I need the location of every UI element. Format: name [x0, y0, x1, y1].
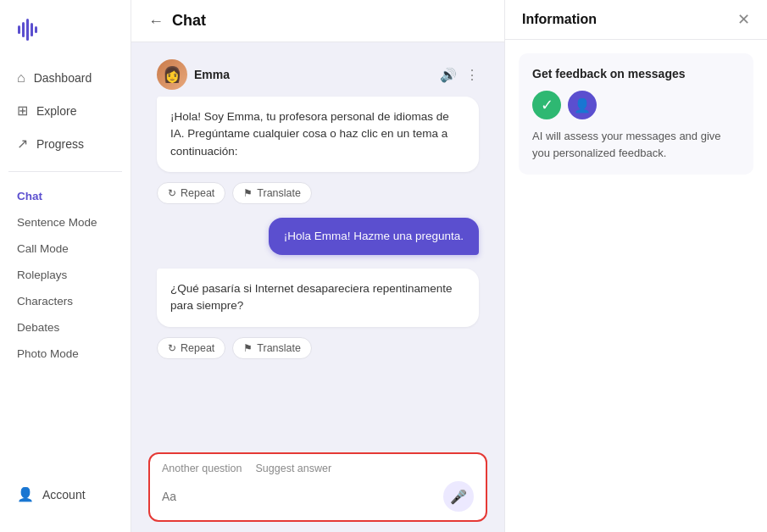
translate-button-1[interactable]: ⚑ Translate: [232, 182, 312, 204]
svg-rect-4: [35, 26, 37, 33]
message-actions-2: ↻ Repeat ⚑ Translate: [157, 337, 479, 359]
suggestion-another-question[interactable]: Another question: [162, 463, 242, 474]
svg-rect-3: [31, 23, 33, 36]
ai-name: Emma: [194, 68, 433, 81]
sidebar-item-explore[interactable]: ⊞ Explore: [8, 95, 122, 126]
translate-icon-2: ⚑: [243, 342, 253, 354]
logo[interactable]: [0, 14, 131, 63]
check-icon: ✓: [532, 91, 561, 119]
chat-header: ← Chat: [131, 0, 504, 42]
chat-input-area: Another question Suggest answer 🎤: [148, 452, 487, 522]
sidebar-item-label: Progress: [36, 137, 84, 151]
info-panel: Information ✕ Get feedback on messages ✓…: [504, 0, 767, 532]
translate-icon: ⚑: [243, 187, 253, 199]
repeat-button-1[interactable]: ↻ Repeat: [157, 182, 225, 204]
sidebar-item-call-mode[interactable]: Call Mode: [8, 236, 122, 261]
sidebar-item-roleplays[interactable]: Roleplays: [8, 263, 122, 287]
sidebar-item-dashboard[interactable]: ⌂ Dashboard: [8, 63, 122, 93]
repeat-icon-2: ↻: [168, 342, 176, 354]
home-icon: ⌂: [17, 70, 25, 86]
user-message-text: ¡Hola Emma! Hazme una pregunta.: [284, 230, 464, 242]
sidebar-item-chat[interactable]: Chat: [8, 184, 122, 208]
message-actions-1: ↻ Repeat ⚑ Translate: [157, 182, 479, 204]
suggestion-suggest-answer[interactable]: Suggest answer: [256, 463, 332, 474]
microphone-icon: 🎤: [450, 489, 467, 505]
sidebar-item-label: Explore: [36, 104, 76, 118]
info-card-icons: ✓ 👤: [532, 91, 740, 119]
chat-title: Chat: [172, 12, 206, 30]
ai-bubble-1: ¡Hola! Soy Emma, tu profesora personal d…: [157, 97, 479, 172]
sub-nav: Chat Sentence Mode Call Mode Roleplays C…: [0, 184, 131, 366]
account-icon: 👤: [17, 486, 34, 502]
avatar: 👩: [157, 59, 187, 90]
sidebar-bottom: 👤 Account: [0, 479, 131, 518]
repeat-icon: ↻: [168, 187, 176, 199]
input-suggestions: Another question Suggest answer: [162, 463, 474, 474]
sidebar-item-photo-mode[interactable]: Photo Mode: [8, 341, 122, 366]
person-feedback-icon: 👤: [568, 91, 597, 119]
user-message-1: ¡Hola Emma! Hazme una pregunta.: [157, 218, 479, 255]
sidebar: ⌂ Dashboard ⊞ Explore ↗ Progress Chat Se…: [0, 0, 131, 532]
ai-message-2: ¿Qué pasaría si Internet desapareciera r…: [157, 269, 479, 359]
explore-icon: ⊞: [17, 103, 28, 119]
translate-button-2[interactable]: ⚑ Translate: [232, 337, 312, 359]
sidebar-item-characters[interactable]: Characters: [8, 289, 122, 313]
chat-main: ← Chat 👩 Emma 🔊 ⋮ ¡Hola! Soy Emma, tu pr…: [131, 0, 504, 532]
sidebar-item-progress[interactable]: ↗ Progress: [8, 128, 122, 159]
ai-bubble-2: ¿Qué pasaría si Internet desapareciera r…: [157, 269, 479, 327]
sidebar-item-debates[interactable]: Debates: [8, 315, 122, 340]
svg-rect-0: [18, 25, 20, 34]
sidebar-divider: [8, 171, 122, 172]
close-icon[interactable]: ✕: [737, 12, 750, 27]
progress-icon: ↗: [17, 136, 28, 152]
info-panel-title: Information: [522, 12, 597, 27]
back-arrow-icon[interactable]: ←: [148, 14, 164, 29]
ai-message-header: 👩 Emma 🔊 ⋮: [157, 59, 479, 90]
ai-message-text-2: ¿Qué pasaría si Internet desapareciera r…: [170, 282, 452, 312]
info-card-title: Get feedback on messages: [532, 67, 740, 80]
ai-message-1: 👩 Emma 🔊 ⋮ ¡Hola! Soy Emma, tu profesora…: [157, 59, 479, 204]
mic-button[interactable]: 🎤: [443, 481, 474, 512]
sound-wave-icon: [15, 17, 41, 42]
more-options-icon[interactable]: ⋮: [465, 67, 479, 83]
info-card: Get feedback on messages ✓ 👤 AI will ass…: [519, 53, 753, 175]
chat-input-field[interactable]: [162, 490, 436, 503]
account-label: Account: [42, 488, 86, 502]
svg-rect-2: [26, 19, 29, 41]
repeat-button-2[interactable]: ↻ Repeat: [157, 337, 225, 359]
sidebar-item-label: Dashboard: [34, 71, 92, 85]
svg-rect-1: [22, 22, 25, 37]
speaker-icon[interactable]: 🔊: [440, 67, 457, 83]
translate-label: Translate: [257, 187, 301, 199]
sidebar-item-sentence-mode[interactable]: Sentence Mode: [8, 210, 122, 235]
ai-message-text: ¡Hola! Soy Emma, tu profesora personal d…: [170, 110, 449, 158]
repeat-label-2: Repeat: [181, 342, 214, 354]
user-bubble: ¡Hola Emma! Hazme una pregunta.: [269, 218, 479, 255]
main-nav: ⌂ Dashboard ⊞ Explore ↗ Progress: [0, 63, 131, 159]
repeat-label: Repeat: [181, 187, 214, 199]
input-row: 🎤: [162, 481, 474, 512]
info-card-description: AI will assess your messages and give yo…: [532, 128, 740, 161]
translate-label-2: Translate: [257, 342, 301, 354]
ai-message-actions: 🔊 ⋮: [440, 67, 479, 83]
info-header: Information ✕: [505, 0, 767, 40]
account-item[interactable]: 👤 Account: [8, 479, 122, 510]
chat-messages: 👩 Emma 🔊 ⋮ ¡Hola! Soy Emma, tu profesora…: [131, 42, 504, 442]
